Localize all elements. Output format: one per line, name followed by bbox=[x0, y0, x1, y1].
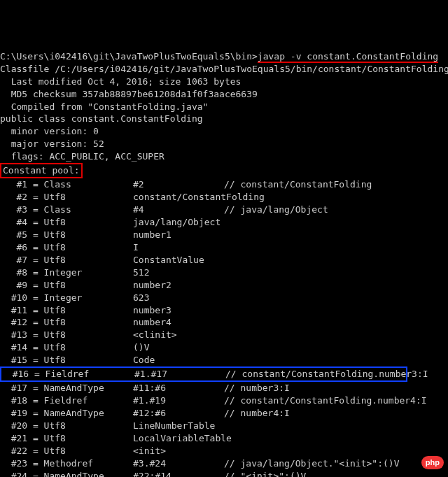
terminal-line: #17 = NameAndType#11:#6// number3:I bbox=[0, 382, 448, 394]
constant-pool-header: Constant pool: bbox=[0, 163, 83, 178]
pool-col-val: ConstantValue bbox=[133, 254, 224, 266]
pool-col-val: LocalVariableTable bbox=[133, 432, 224, 445]
pool-col-def: #12 = Utf8 bbox=[0, 316, 133, 329]
terminal-line: major version: 52 bbox=[0, 138, 448, 150]
pool-col-val: 512 bbox=[133, 266, 224, 279]
terminal-line: #14 = Utf8()V bbox=[0, 341, 448, 354]
lastModified: Last modified Oct 4, 2016; size 1063 byt… bbox=[0, 76, 241, 87]
pool-col-comment: // java/lang/Object bbox=[224, 204, 328, 216]
terminal-line: minor version: 0 bbox=[0, 125, 448, 138]
pool-col-def: #1 = Class bbox=[0, 178, 133, 191]
terminal-line: #4 = Utf8java/lang/Object bbox=[0, 216, 448, 229]
pool-col-def: #22 = Utf8 bbox=[0, 445, 133, 457]
pool-col-def: #20 = Utf8 bbox=[0, 420, 133, 432]
pool-col-def: #14 = Utf8 bbox=[0, 341, 133, 354]
terminal-line: #20 = Utf8LineNumberTable bbox=[0, 420, 448, 432]
pool-col-comment: // java/lang/Object."<init>":()V bbox=[224, 457, 399, 470]
classfile: Classfile /C:/Users/i042416/git/JavaTwoP… bbox=[0, 64, 448, 74]
pool-entry-highlighted: #16 = Fieldref#1.#17// constant/Constant… bbox=[0, 366, 407, 382]
pool-col-def: #24 = NameAndType bbox=[0, 470, 133, 477]
pool-col-comment: // constant/ConstantFolding.number3:I bbox=[225, 368, 428, 380]
pool-col-val: #1.#19 bbox=[133, 394, 224, 407]
terminal-line: #7 = Utf8ConstantValue bbox=[0, 254, 448, 266]
pool-col-val: number1 bbox=[133, 229, 224, 241]
pool-col-val: java/lang/Object bbox=[133, 216, 224, 229]
terminal-line: #9 = Utf8number2 bbox=[0, 279, 448, 292]
minor: minor version: 0 bbox=[0, 126, 99, 136]
terminal-line: #1 = Class#2// constant/ConstantFolding bbox=[0, 178, 448, 191]
terminal-line: #24 = NameAndType#22:#14// "<init>":()V bbox=[0, 470, 448, 477]
pool-col-def: #23 = Methodref bbox=[0, 457, 133, 470]
terminal-line: C:\Users\i042416\git\JavaTwoPlusTwoEqual… bbox=[0, 50, 448, 63]
terminal-line: Last modified Oct 4, 2016; size 1063 byt… bbox=[0, 76, 448, 88]
pool-col-comment: // number4:I bbox=[224, 407, 290, 420]
pool-col-val: ()V bbox=[133, 341, 224, 354]
compiled: Compiled from "ConstantFolding.java" bbox=[0, 101, 208, 112]
terminal-line: #12 = Utf8number4 bbox=[0, 316, 448, 329]
pool-col-val: #11:#6 bbox=[133, 382, 224, 394]
terminal-line: #15 = Utf8Code bbox=[0, 354, 448, 366]
terminal-line: #18 = Fieldref#1.#19// constant/Constant… bbox=[0, 394, 448, 407]
pool-col-comment: // number3:I bbox=[224, 382, 290, 394]
terminal-line: #16 = Fieldref#1.#17// constant/Constant… bbox=[0, 366, 448, 382]
pool-col-comment: // constant/ConstantFolding.number4:I bbox=[224, 394, 427, 407]
pool-col-def: #10 = Integer bbox=[0, 292, 133, 304]
terminal-line: #2 = Utf8constant/ConstantFolding bbox=[0, 191, 448, 204]
terminal-line: flags: ACC_PUBLIC, ACC_SUPER bbox=[0, 150, 448, 163]
pool-col-def: #15 = Utf8 bbox=[0, 354, 133, 366]
pool-col-val: constant/ConstantFolding bbox=[133, 191, 224, 204]
terminal-line: #22 = Utf8<init> bbox=[0, 445, 448, 457]
pool-col-def: #3 = Class bbox=[0, 204, 133, 216]
terminal-line: #8 = Integer512 bbox=[0, 266, 448, 279]
pool-col-val: #22:#14 bbox=[133, 470, 224, 477]
terminal-line: #21 = Utf8LocalVariableTable bbox=[0, 432, 448, 445]
terminal-line: #6 = Utf8I bbox=[0, 241, 448, 254]
terminal-line: #13 = Utf8<clinit> bbox=[0, 329, 448, 341]
terminal-line: #19 = NameAndType#12:#6// number4:I bbox=[0, 407, 448, 420]
pool-col-val: 623 bbox=[133, 292, 224, 304]
pool-col-comment: // "<init>":()V bbox=[224, 470, 306, 477]
terminal-line: #5 = Utf8number1 bbox=[0, 229, 448, 241]
pool-col-def: #16 = Fieldref bbox=[1, 368, 134, 380]
pool-col-def: #9 = Utf8 bbox=[0, 279, 133, 292]
pool-col-def: #19 = NameAndType bbox=[0, 407, 133, 420]
php-watermark: php bbox=[421, 456, 444, 469]
command: javap -v constant.ConstantFolding bbox=[258, 51, 438, 63]
major: major version: 52 bbox=[0, 138, 104, 149]
pool-col-def: #2 = Utf8 bbox=[0, 191, 133, 204]
pool-col-comment: // constant/ConstantFolding bbox=[224, 178, 372, 191]
pool-col-def: #4 = Utf8 bbox=[0, 216, 133, 229]
terminal-line: #3 = Class#4// java/lang/Object bbox=[0, 204, 448, 216]
pool-col-val: #12:#6 bbox=[133, 407, 224, 420]
pool-col-def: #6 = Utf8 bbox=[0, 241, 133, 254]
pool-col-def: #7 = Utf8 bbox=[0, 254, 133, 266]
terminal-output: C:\Users\i042416\git\JavaTwoPlusTwoEqual… bbox=[0, 50, 448, 477]
pool-col-def: #11 = Utf8 bbox=[0, 304, 133, 317]
pool-col-val: #2 bbox=[133, 178, 224, 191]
terminal-line: #11 = Utf8number3 bbox=[0, 304, 448, 317]
pool-col-def: #18 = Fieldref bbox=[0, 394, 133, 407]
pool-col-val: #4 bbox=[133, 204, 224, 216]
pool-col-val: Code bbox=[133, 354, 224, 366]
pool-col-val: I bbox=[133, 241, 224, 254]
terminal-line: Constant pool: bbox=[0, 163, 448, 178]
pool-col-def: #17 = NameAndType bbox=[0, 382, 133, 394]
pool-col-def: #21 = Utf8 bbox=[0, 432, 133, 445]
pool-col-val: number4 bbox=[133, 316, 224, 329]
pool-col-def: #8 = Integer bbox=[0, 266, 133, 279]
pool-col-val: <init> bbox=[133, 445, 224, 457]
pool-col-val: #3.#24 bbox=[133, 457, 224, 470]
decl: public class constant.ConstantFolding bbox=[0, 113, 203, 124]
md5: MD5 checksum 357ab88897be61208da1f0f3aac… bbox=[0, 89, 258, 99]
flags: flags: ACC_PUBLIC, ACC_SUPER bbox=[0, 151, 164, 162]
pool-col-val: number3 bbox=[133, 304, 224, 317]
prompt-path: C:\Users\i042416\git\JavaTwoPlusTwoEqual… bbox=[0, 51, 258, 62]
pool-col-def: #13 = Utf8 bbox=[0, 329, 133, 341]
terminal-line: MD5 checksum 357ab88897be61208da1f0f3aac… bbox=[0, 88, 448, 101]
pool-col-val: #1.#17 bbox=[134, 368, 225, 380]
pool-col-def: #5 = Utf8 bbox=[0, 229, 133, 241]
terminal-line: Classfile /C:/Users/i042416/git/JavaTwoP… bbox=[0, 63, 448, 76]
terminal-line: public class constant.ConstantFolding bbox=[0, 113, 448, 125]
terminal-line: #23 = Methodref#3.#24// java/lang/Object… bbox=[0, 457, 448, 470]
terminal-line: Compiled from "ConstantFolding.java" bbox=[0, 101, 448, 113]
